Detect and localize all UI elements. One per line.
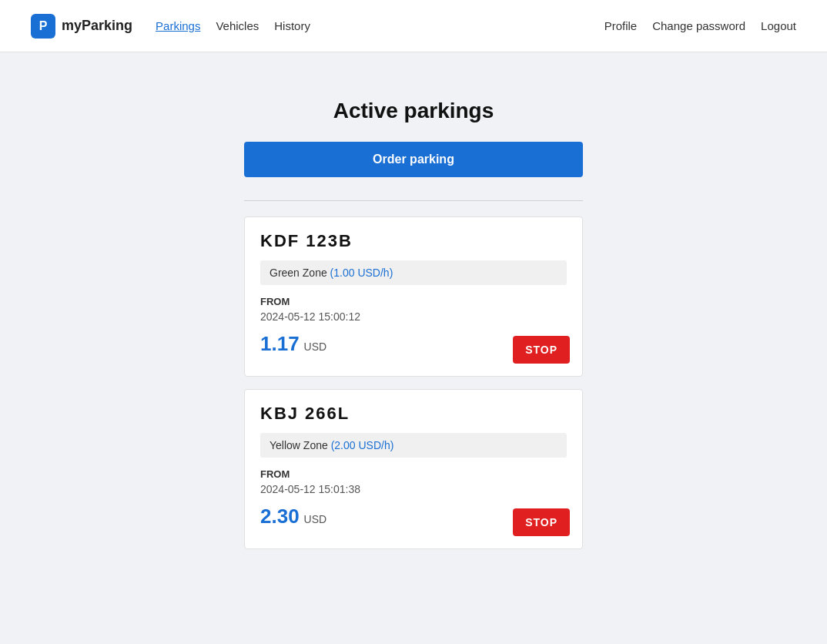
cost-amount: 2.30 (260, 505, 300, 528)
nav-history[interactable]: History (274, 19, 310, 32)
order-parking-button[interactable]: Order parking (244, 142, 583, 177)
header-left: P myParking Parkings Vehicles History (31, 14, 310, 39)
divider (244, 200, 583, 201)
logout-link[interactable]: Logout (761, 19, 796, 32)
logo-area: P myParking (31, 14, 132, 39)
from-label: FROM (260, 468, 567, 480)
nav-vehicles[interactable]: Vehicles (216, 19, 259, 32)
zone-rate: (1.00 USD/h) (330, 267, 393, 279)
profile-link[interactable]: Profile (604, 19, 638, 32)
from-time: 2024-05-12 15:01:38 (260, 483, 567, 495)
main-nav: Parkings Vehicles History (156, 19, 310, 32)
stop-button[interactable]: STOP (513, 336, 570, 364)
zone-badge: Yellow Zone (2.00 USD/h) (260, 433, 567, 458)
parking-card: KBJ 266L Yellow Zone (2.00 USD/h) FROM 2… (244, 389, 583, 549)
zone-rate: (2.00 USD/h) (331, 439, 394, 451)
change-password-link[interactable]: Change password (652, 19, 745, 32)
nav-parkings[interactable]: Parkings (156, 19, 200, 32)
logo-icon: P (31, 14, 55, 39)
main-content: Active parkings Order parking KDF 123B G… (0, 52, 827, 592)
parking-cards-container: KDF 123B Green Zone (1.00 USD/h) FROM 20… (244, 216, 583, 562)
page-title: Active parkings (333, 99, 494, 123)
cost-currency: USD (304, 340, 327, 353)
from-label: FROM (260, 296, 567, 307)
zone-badge: Green Zone (1.00 USD/h) (260, 260, 567, 285)
cost-amount: 1.17 (260, 332, 300, 356)
cost-currency: USD (304, 513, 327, 525)
app-name: myParking (62, 18, 132, 34)
plate-number: KDF 123B (260, 231, 567, 251)
app-header: P myParking Parkings Vehicles History Pr… (0, 0, 827, 52)
stop-button[interactable]: STOP (513, 508, 570, 536)
from-time: 2024-05-12 15:00:12 (260, 310, 567, 323)
header-right: Profile Change password Logout (604, 19, 796, 32)
parking-card: KDF 123B Green Zone (1.00 USD/h) FROM 20… (244, 216, 583, 377)
plate-number: KBJ 266L (260, 404, 567, 424)
